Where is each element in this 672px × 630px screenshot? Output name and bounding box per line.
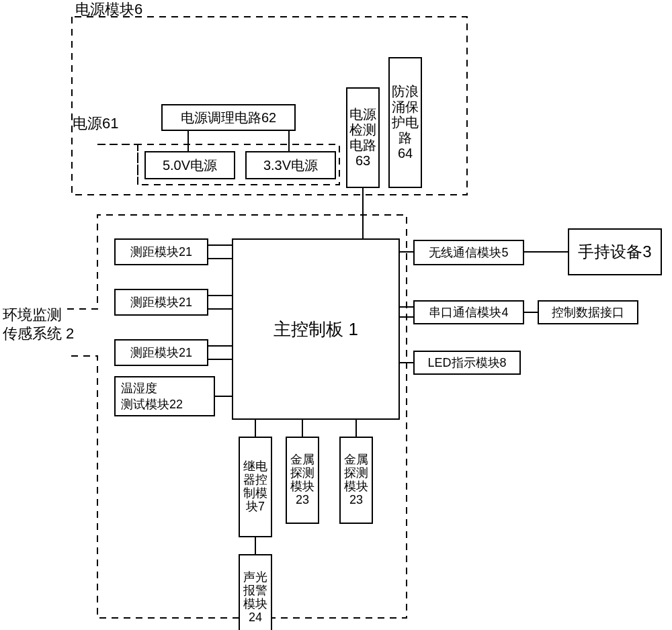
block-alarm-24: 声光报警模块24	[239, 554, 272, 630]
block-power-5v: 5.0V电源	[144, 151, 235, 179]
block-range-21-a: 测距模块21	[114, 238, 208, 265]
block-ctrl-iface: 控制数据接口	[538, 300, 638, 324]
block-surge-protect-64: 防浪涌保护电路64	[388, 57, 422, 188]
block-temp-humidity-22: 温湿度 测试模块22	[114, 376, 215, 416]
block-power-detect-63: 电源检测电路63	[346, 87, 380, 188]
block-power-3v3: 3.3V电源	[245, 151, 336, 179]
block-wireless-5: 无线通信模块5	[413, 240, 524, 265]
block-serial-4: 串口通信模块4	[413, 300, 524, 324]
block-power-regulation-62: 电源调理电路62	[161, 104, 296, 131]
block-led-8: LED指示模块8	[413, 351, 521, 375]
diagram-canvas: 电源模块6 电源61 环境监测 传感系统 2 电源调理电路62 5.0V电源 3…	[0, 0, 672, 630]
block-range-21-b: 测距模块21	[114, 289, 208, 316]
label-power-61: 电源61	[73, 114, 118, 133]
block-main-controller-1: 主控制板 1	[232, 238, 400, 420]
block-metal-23-a: 金属探测模块23	[286, 437, 319, 524]
label-power-module-6: 电源模块6	[75, 0, 142, 19]
block-handheld-3: 手持设备3	[568, 228, 662, 275]
block-range-21-c: 测距模块21	[114, 339, 208, 366]
block-relay-7: 继电器控制模块7	[239, 437, 272, 537]
label-env-system-2: 环境监测 传感系统 2	[3, 306, 74, 343]
block-metal-23-b: 金属探测模块23	[339, 437, 373, 524]
